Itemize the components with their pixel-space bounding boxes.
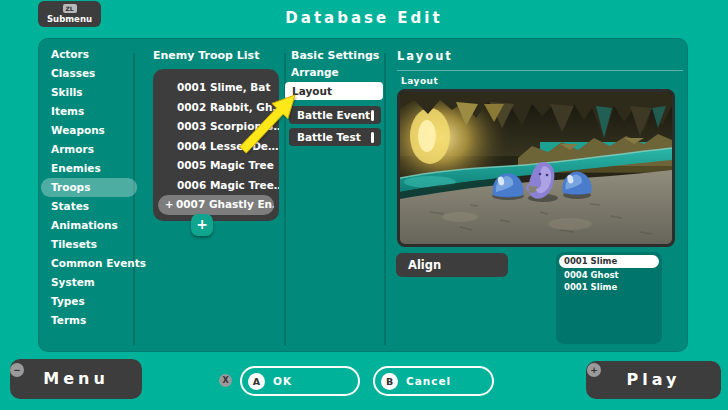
troop-row-selected[interactable]: + 0007 Ghastly En… [158,195,274,215]
layout-section-title: Layout [397,49,453,63]
troop-row[interactable]: 0004 Lesser De… [153,137,279,157]
layout-preview-label: Layout [401,76,438,86]
sidebar-item-animations[interactable]: Animations [41,216,137,235]
basic-settings-header: Basic Settings [291,49,379,62]
sidebar-item-skills[interactable]: Skills [41,83,137,102]
battle-layout-preview[interactable] [397,89,675,247]
member-row[interactable]: 0001 Slime [559,282,659,294]
x-key-icon: X [219,374,232,387]
sidebar-item-system[interactable]: System [41,273,137,292]
minus-key-icon: − [10,363,24,377]
member-row[interactable]: 0004 Ghost [559,270,659,282]
sidebar-item-weapons[interactable]: Weapons [41,121,137,140]
sidebar-item-terms[interactable]: Terms [41,311,137,330]
menu-button[interactable]: Menu [10,359,142,399]
cancel-label: Cancel [406,375,451,387]
light-hotspot [418,120,436,152]
cancel-button[interactable]: B Cancel [373,366,494,396]
battle-scene [400,92,672,244]
arrange-label: Arrange [291,66,339,78]
troop-row[interactable]: 0001 Slime, Bat [153,78,279,98]
sidebar-item-items[interactable]: Items [41,102,137,121]
database-edit-screen: ZL Submenu Database Edit Actors Classes … [0,0,728,410]
a-key-icon: A [248,373,265,390]
troop-row[interactable]: 0006 Magic Tree… [153,176,279,196]
layout-button[interactable]: Layout [285,82,383,100]
battle-test-label: Battle Test [297,131,361,143]
sidebar-item-actors[interactable]: Actors [41,45,137,64]
sidebar-item-troops[interactable]: Troops [41,178,137,197]
battle-test-button[interactable]: Battle Test [289,128,381,146]
plus-icon: + [196,216,208,232]
troop-row-label: 0007 Ghastly En… [176,198,274,210]
layout-section-divider [397,70,683,71]
sidebar-item-classes[interactable]: Classes [41,64,137,83]
add-troop-button[interactable]: + [191,214,213,236]
category-sidebar: Actors Classes Skills Items Weapons Armo… [41,45,137,330]
play-button[interactable]: Play [586,361,721,399]
page-title: Database Edit [0,9,728,27]
troop-members-panel: 0001 Slime 0004 Ghost 0001 Slime [556,252,662,344]
sidebar-item-armors[interactable]: Armors [41,140,137,159]
sidebar-item-enemies[interactable]: Enemies [41,159,137,178]
sidebar-item-states[interactable]: States [41,197,137,216]
menu-label: Menu [43,369,109,388]
indicator-bar-icon [371,110,375,121]
divider-basic-settings [384,53,386,345]
ground-patch [548,218,592,230]
sidebar-item-common-events[interactable]: Common Events [41,254,137,273]
main-panel: Actors Classes Skills Items Weapons Armo… [38,38,688,352]
sidebar-item-tilesets[interactable]: Tilesets [41,235,137,254]
battle-event-button[interactable]: Battle Event [289,106,381,124]
selected-marker-icon: + [165,195,173,215]
troop-row[interactable]: 0003 Scorpion B… [153,117,279,137]
troop-list-panel: 0001 Slime, Bat 0002 Rabbit, Gh… 0003 Sc… [153,69,279,221]
member-row-selected[interactable]: 0001 Slime [559,255,659,268]
align-button[interactable]: Align [396,253,508,277]
troop-list-header: Enemy Troop List [153,49,259,62]
troop-row[interactable]: 0002 Rabbit, Gh… [153,98,279,118]
troop-row[interactable]: 0005 Magic Tree [153,156,279,176]
ok-label: OK [273,375,292,387]
b-key-icon: B [381,373,398,390]
ok-button[interactable]: A OK [240,366,360,396]
sidebar-item-types[interactable]: Types [41,292,137,311]
ground-patch [442,212,478,222]
plus-key-icon: + [587,363,601,377]
play-label: Play [627,370,681,389]
indicator-bar-icon [371,132,375,143]
battle-event-label: Battle Event [297,109,370,121]
